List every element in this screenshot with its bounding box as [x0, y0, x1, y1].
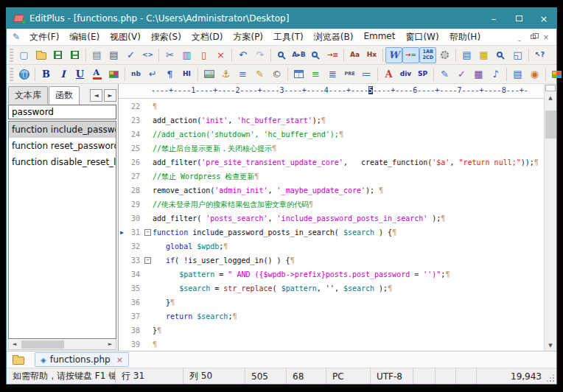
list-tag-icon[interactable]: ≔	[358, 66, 375, 83]
menu-item-10[interactable]: 帮助(H)	[444, 29, 486, 46]
spell-check-icon[interactable]: ✓	[122, 47, 139, 63]
fold-collapse-icon[interactable]: −	[144, 229, 151, 236]
copy-icon[interactable]: ▥	[178, 47, 195, 63]
auto-indent-icon[interactable]: →=	[402, 47, 419, 63]
nbsp-icon[interactable]: nb	[127, 66, 144, 83]
color-palette-icon[interactable]	[105, 66, 122, 83]
save-all-icon[interactable]	[66, 47, 83, 63]
font-color-icon[interactable]	[88, 66, 105, 83]
list-item[interactable]: function reset_password_	[9, 138, 116, 154]
minimize-button[interactable]: –	[481, 8, 506, 29]
column-select-icon[interactable]: 1AB 2CD	[419, 47, 436, 63]
scrollbar-track[interactable]	[20, 340, 105, 349]
style-check-icon[interactable]: ✓	[453, 66, 470, 83]
form-controls-icon[interactable]: ◉	[526, 66, 543, 83]
sidebar-tab-1[interactable]: 函数	[49, 86, 80, 105]
table-icon[interactable]	[290, 66, 307, 83]
mdi-restore-button[interactable]	[527, 32, 539, 42]
hr-icon[interactable]: ≡	[234, 66, 251, 83]
preferences-icon[interactable]	[436, 47, 453, 63]
scroll-left-arrow-icon[interactable]: ◄	[9, 340, 20, 349]
mdi-close-button[interactable]: ×	[540, 32, 552, 42]
menu-item-0[interactable]: 文件(F)	[24, 29, 64, 46]
menu-item-5[interactable]: 方案(P)	[228, 29, 268, 46]
code-lines[interactable]: 22¶23add_action('init', 'hc_buffer_start…	[119, 99, 544, 351]
maximize-button[interactable]	[506, 8, 531, 29]
fold-collapse-icon[interactable]: −	[144, 257, 151, 264]
copyright-icon[interactable]: ©	[268, 66, 285, 83]
save-icon[interactable]	[49, 47, 66, 63]
paragraph-icon[interactable]: ¶	[161, 66, 178, 83]
undo-icon[interactable]: ↶	[234, 47, 251, 63]
close-button[interactable]: ×	[531, 8, 556, 29]
menu-item-8[interactable]: Emmet	[358, 29, 400, 46]
div-tag-icon[interactable]: div	[397, 66, 414, 83]
goto-line-icon[interactable]: →≡	[324, 47, 341, 63]
delete-icon[interactable]: ×	[212, 47, 229, 63]
tab-scroll-right-button[interactable]: ►	[104, 89, 116, 102]
scrollbar-thumb[interactable]	[21, 340, 64, 349]
paste-icon[interactable]: ▯	[195, 47, 212, 63]
print-preview-icon[interactable]: ▤	[88, 47, 105, 63]
window-list-icon[interactable]: ▦	[475, 47, 492, 63]
editor-vertical-scrollbar[interactable]: ▲ ▼	[544, 84, 556, 351]
span-tag-icon[interactable]: SP	[414, 66, 431, 83]
list-item[interactable]: function disable_reset_lo	[9, 154, 116, 170]
menu-item-7[interactable]: 浏览器(B)	[309, 29, 359, 46]
word-wrap-icon[interactable]: W	[385, 47, 402, 63]
custom-tools-icon[interactable]	[548, 66, 563, 83]
open-folder-icon[interactable]	[32, 47, 49, 63]
sidebar-tab-0[interactable]: 文本库	[8, 86, 48, 104]
menu-item-2[interactable]: 视图(V)	[105, 29, 146, 46]
script-edit-icon[interactable]: ✎	[436, 66, 453, 83]
form-icon[interactable]: ▤	[509, 66, 526, 83]
font-tag-icon[interactable]: A	[380, 66, 397, 83]
line-break-icon[interactable]: ↵	[144, 66, 161, 83]
scrollbar-track[interactable]	[545, 103, 556, 340]
find-icon[interactable]	[273, 47, 290, 63]
scroll-up-arrow-icon[interactable]: ▲	[545, 92, 556, 103]
menu-item-9[interactable]: 窗口(W)	[400, 29, 444, 46]
sidebar-horizontal-scrollbar[interactable]: ◄ ►	[8, 339, 116, 350]
editor-pane[interactable]: ----+----1----+----2----+----3----+----4…	[119, 84, 556, 351]
toggle-case-icon[interactable]: Aa	[346, 47, 363, 63]
italic-icon[interactable]: I	[55, 66, 71, 83]
menu-item-6[interactable]: 工具(T)	[268, 29, 309, 46]
titlebar[interactable]: EditPlus - [functions.php - C:\Users\Adm…	[7, 8, 556, 29]
document-tab-functions.php[interactable]: ◈functions.php×	[35, 352, 129, 367]
media-icon[interactable]: ▦	[470, 66, 487, 83]
print-icon[interactable]: ▤	[105, 47, 122, 63]
menu-item-1[interactable]: 编辑(E)	[64, 29, 105, 46]
split-box[interactable]	[545, 85, 556, 91]
center-text-icon[interactable]: ≣	[324, 66, 341, 83]
function-filter-input[interactable]	[8, 105, 116, 119]
close-tab-icon[interactable]: ×	[116, 355, 123, 365]
cut-icon[interactable]: ✂	[161, 47, 178, 63]
find-in-files-icon[interactable]	[307, 47, 324, 63]
anchor-icon[interactable]: ⚓	[217, 66, 234, 83]
redo-icon[interactable]: ↷	[251, 47, 268, 63]
align-icon[interactable]: ≡	[307, 66, 324, 83]
underline-icon[interactable]: U	[71, 66, 88, 83]
sound-icon[interactable]: ♪	[487, 66, 504, 83]
toolbar-grip[interactable]	[10, 68, 13, 81]
hex-view-icon[interactable]: Hx	[363, 47, 380, 63]
new-file-icon[interactable]: ▢	[15, 47, 32, 63]
menu-item-4[interactable]: 文档(D)	[186, 29, 228, 46]
folder-icon[interactable]	[13, 357, 24, 365]
note-icon[interactable]: ✎	[251, 66, 268, 83]
image-icon[interactable]	[200, 66, 217, 83]
pre-tag-icon[interactable]: PRE	[341, 66, 358, 83]
browser-preview-icon[interactable]	[15, 66, 32, 83]
file-browser-icon[interactable]	[492, 47, 509, 63]
html-check-icon[interactable]: <>	[139, 47, 156, 63]
resize-grip[interactable]	[548, 368, 556, 384]
heading-icon[interactable]: HI	[178, 66, 195, 83]
scroll-right-arrow-icon[interactable]: ►	[105, 340, 116, 349]
list-item[interactable]: function include_passwo	[9, 122, 116, 138]
context-help-icon[interactable]: ↖?	[531, 47, 548, 63]
mdi-minimize-button[interactable]: ˍ	[514, 32, 525, 42]
new-window-icon[interactable]: ◱	[509, 47, 526, 63]
replace-icon[interactable]: A▸B	[290, 47, 307, 63]
toolbar-grip[interactable]	[10, 49, 13, 62]
